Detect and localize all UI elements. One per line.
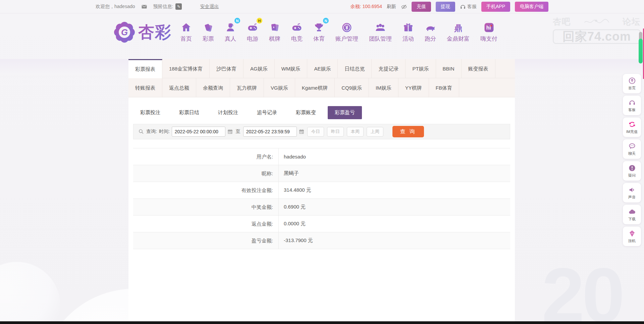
quick-lastweek-button[interactable]: 上周 xyxy=(367,127,383,137)
headset-icon xyxy=(628,99,636,106)
tab-cq9-entertainment[interactable]: CQ9娱乐 xyxy=(335,78,369,97)
esports-gamepad-icon xyxy=(291,20,303,33)
nav-item-lottery[interactable]: 彩票 xyxy=(197,20,219,43)
row-value: 0.0000 元 xyxy=(279,221,306,227)
calendar-icon-from[interactable] xyxy=(227,129,233,135)
tab-ag-entertainment[interactable]: AG娱乐 xyxy=(244,59,275,78)
balance-text: 余额: 100.6954 xyxy=(351,4,382,10)
tab-ae-entertainment[interactable]: AE娱乐 xyxy=(307,59,338,78)
quick-thisweek-button[interactable]: 本周 xyxy=(347,127,364,137)
customer-service-link[interactable]: 客服 xyxy=(460,4,477,10)
sidebar-item-hangup[interactable]: 挂机 xyxy=(623,227,641,246)
tab-rebate-total[interactable]: 返点总额 xyxy=(162,78,196,97)
sidebar-item-service[interactable]: 客服 xyxy=(623,96,641,115)
brand-name: 杏彩 xyxy=(138,21,172,43)
nav-item-chess[interactable]: 棋牌 xyxy=(264,20,286,43)
cards-icon xyxy=(269,20,280,33)
nav-item-esports[interactable]: 电竞 xyxy=(286,20,308,43)
tab-wm-entertainment[interactable]: WM娱乐 xyxy=(275,59,308,78)
nav-item-egame[interactable]: H 电游 xyxy=(241,20,264,43)
ding-vessel-icon: 鼎 xyxy=(452,20,464,33)
svg-text:hi: hi xyxy=(486,25,491,31)
edit-pencil-icon[interactable]: ✎ xyxy=(175,3,182,10)
sidebar-item-im-recharge[interactable]: IM充值 xyxy=(623,118,641,137)
quick-yesterday-button[interactable]: 昨日 xyxy=(327,127,344,137)
tab-wali-chess[interactable]: 瓦力棋牌 xyxy=(230,78,264,97)
subtab-lottery-daily[interactable]: 彩票日结 xyxy=(172,106,206,119)
tab-daily-summary[interactable]: 日结总览 xyxy=(338,59,372,78)
date-from-input[interactable] xyxy=(172,127,225,137)
nav-item-home[interactable]: 首页 xyxy=(175,20,197,43)
home-icon xyxy=(180,20,192,33)
watermark-left: 杏吧 xyxy=(553,16,571,27)
nav-item-hipay[interactable]: hi 嗨支付 xyxy=(475,20,503,43)
subtab-chase-record[interactable]: 追号记录 xyxy=(250,106,284,119)
pc-client-button[interactable]: 电脑客户端 xyxy=(515,2,548,12)
rhino-icon xyxy=(425,20,436,33)
calendar-icon-to[interactable] xyxy=(299,129,305,135)
recharge-button[interactable]: 充值 xyxy=(412,2,431,12)
pencil-widget[interactable] xyxy=(639,32,643,65)
tab-account-change-report[interactable]: 账变报表 xyxy=(462,59,495,78)
bottom-scrollbar[interactable] xyxy=(0,321,644,324)
envelope-icon[interactable] xyxy=(141,4,147,10)
tab-kgame-chess[interactable]: Kgame棋牌 xyxy=(295,78,335,97)
customer-service-label: 客服 xyxy=(467,4,477,10)
header: G 杏彩 首页 彩票 N xyxy=(0,14,644,59)
mobile-app-button[interactable]: 手机APP xyxy=(481,2,510,12)
subtab-plan-bet[interactable]: 计划投注 xyxy=(211,106,245,119)
live-person-icon: N xyxy=(225,20,236,33)
subtab-lottery-bet[interactable]: 彩票投注 xyxy=(133,106,167,119)
content-panel: 彩票报表 188金宝博体育 沙巴体育 AG娱乐 WM娱乐 AE娱乐 日结总览 充… xyxy=(128,59,515,321)
tab-lottery-report[interactable]: 彩票报表 xyxy=(128,59,162,78)
speaker-icon xyxy=(628,186,636,194)
logout-link[interactable]: 安全退出 xyxy=(200,4,219,10)
tab-fb-sport[interactable]: FB体育 xyxy=(429,78,459,97)
tab-balance-query[interactable]: 余额查询 xyxy=(196,78,230,97)
nav-item-activity[interactable]: 活动 xyxy=(397,20,419,43)
withdraw-button[interactable]: 提现 xyxy=(436,2,455,12)
nav-item-live[interactable]: N 真人 xyxy=(219,20,241,43)
table-row: 返点金额: 0.0000 元 xyxy=(133,216,510,232)
tab-transfer-report[interactable]: 转账报表 xyxy=(128,78,162,97)
search-submit-button[interactable]: 查 询 xyxy=(392,126,424,137)
watermark-domain: 回家74.com xyxy=(553,29,641,44)
quick-today-button[interactable]: 今日 xyxy=(307,127,324,137)
nav-item-team[interactable]: 团队管理 xyxy=(364,20,397,43)
tab-shaba-sport[interactable]: 沙巴体育 xyxy=(210,59,244,78)
topbar: 欢迎您，hadesado 预留信息: ✎ 安全退出 余额: 100.6954 刷… xyxy=(0,0,644,13)
hipay-icon: hi xyxy=(483,20,495,33)
sidebar-item-sound[interactable]: 声音 xyxy=(623,183,641,202)
subtab-lottery-profit[interactable]: 彩票盈亏 xyxy=(328,106,362,119)
refresh-link[interactable]: 刷新 xyxy=(387,4,396,10)
row-label: 用户名: xyxy=(133,148,279,165)
watermark-right: 论坛 xyxy=(623,16,641,27)
row-label: 中奖金额: xyxy=(133,199,279,216)
row-label: 盈亏金额: xyxy=(133,232,279,249)
tab-im-entertainment[interactable]: IM娱乐 xyxy=(369,78,398,97)
nav-item-account[interactable]: ¥ 账户管理 xyxy=(330,20,364,43)
report-tabs-row1: 彩票报表 188金宝博体育 沙巴体育 AG娱乐 WM娱乐 AE娱乐 日结总览 充… xyxy=(128,59,515,78)
lottery-icon xyxy=(203,20,214,33)
table-row: 用户名: hadesado xyxy=(133,148,510,165)
tab-bbin[interactable]: BBIN xyxy=(436,59,462,78)
nav-item-paofen[interactable]: 跑分 xyxy=(419,20,441,43)
sidebar-item-chat[interactable]: 聊天 xyxy=(623,139,641,159)
tab-188-sport[interactable]: 188金宝博体育 xyxy=(162,59,210,78)
nav-item-sports[interactable]: N 体育 xyxy=(308,20,330,43)
subtab-lottery-account-change[interactable]: 彩票账变 xyxy=(289,106,323,119)
date-to-input[interactable] xyxy=(243,127,297,137)
eye-slash-icon[interactable] xyxy=(401,4,407,10)
tab-yy-chess[interactable]: YY棋牌 xyxy=(398,78,429,97)
sidebar-item-download[interactable]: 下载 xyxy=(623,205,641,224)
nav-item-jinding[interactable]: 鼎 金鼎财富 xyxy=(441,20,475,43)
float-sidebar: 首页 客服 IM充值 聊天 疑问 xyxy=(623,74,642,246)
table-row: 昵称: 黑蝎子 xyxy=(133,165,510,182)
sidebar-item-question[interactable]: 疑问 xyxy=(623,161,641,181)
brand-emblem-icon: G xyxy=(113,21,136,43)
tab-vg-entertainment[interactable]: VG娱乐 xyxy=(264,78,295,97)
brand-logo[interactable]: G 杏彩 xyxy=(113,21,172,43)
tab-pt-entertainment[interactable]: PT娱乐 xyxy=(406,59,436,78)
sidebar-item-home[interactable]: 首页 xyxy=(623,74,641,93)
tab-deposit-withdraw-record[interactable]: 充提记录 xyxy=(372,59,406,78)
